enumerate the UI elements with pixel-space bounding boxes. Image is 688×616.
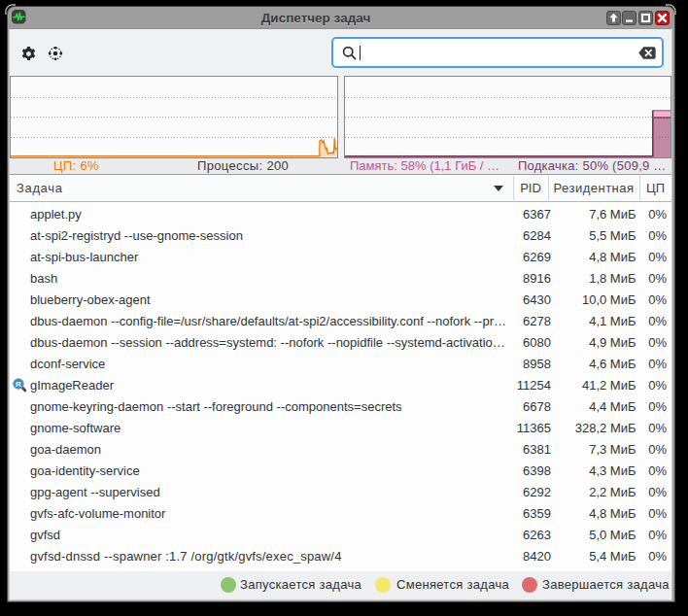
svg-text:R: R bbox=[16, 380, 21, 389]
